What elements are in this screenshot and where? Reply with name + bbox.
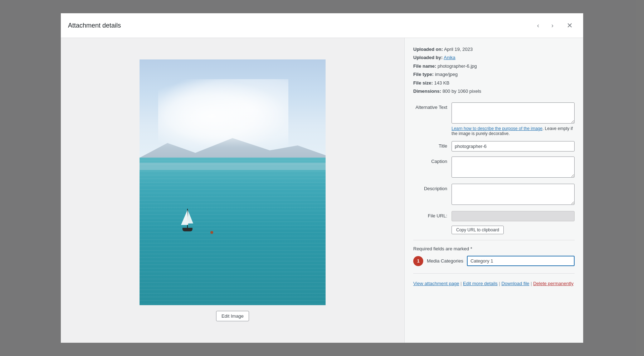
- modal-header-actions: ‹ › ✕: [532, 19, 576, 32]
- dimensions-label: Dimensions:: [413, 88, 441, 94]
- copy-url-button[interactable]: Copy URL to clipboard: [452, 226, 504, 234]
- alt-text-label: Alternative Text: [413, 102, 447, 110]
- divider: [413, 240, 575, 240]
- media-categories-row: 1 Media Categories: [413, 256, 575, 266]
- uploaded-on-label: Uploaded on:: [413, 47, 443, 52]
- file-info: Uploaded on: April 19, 2023 Uploaded by:…: [413, 45, 575, 95]
- download-file-link[interactable]: Download file: [501, 281, 529, 286]
- file-type-value: image/jpeg: [435, 72, 458, 77]
- title-label: Title: [413, 141, 447, 149]
- view-attachment-link[interactable]: View attachment page: [413, 281, 459, 286]
- uploaded-on-value: April 19, 2023: [444, 47, 473, 52]
- uploaded-by-row: Uploaded by: Anika: [413, 53, 575, 62]
- image-clouds: [158, 79, 288, 153]
- file-url-field: Copy URL to clipboard: [452, 211, 575, 234]
- title-field: [452, 141, 575, 151]
- image-boat: [180, 206, 195, 231]
- uploaded-by-label: Uploaded by:: [413, 55, 443, 60]
- required-note: Required fields are marked *: [413, 246, 575, 251]
- file-size-label: File size:: [413, 80, 433, 86]
- image-horizon: [140, 163, 326, 170]
- modal-body: Edit Image Uploaded on: April 19, 2023 U…: [61, 38, 583, 343]
- title-row: Title: [413, 141, 575, 151]
- footer-links: View attachment page | Edit more details…: [413, 279, 575, 288]
- caption-label: Caption: [413, 157, 447, 164]
- dimensions-row: Dimensions: 800 by 1060 pixels: [413, 87, 575, 95]
- title-input[interactable]: [452, 141, 575, 151]
- boat-hull: [182, 228, 192, 231]
- boat-sail-right: [187, 211, 193, 223]
- alt-text-row: Alternative Text Learn how to describe t…: [413, 102, 575, 136]
- prev-button[interactable]: ‹: [532, 19, 545, 32]
- alt-text-help: Learn how to describe the purpose of the…: [452, 126, 575, 136]
- image-water-shimmer: [140, 158, 326, 305]
- edit-more-details-link[interactable]: Edit more details: [463, 281, 498, 286]
- description-field: [452, 184, 575, 206]
- file-url-input: [452, 211, 575, 221]
- alt-text-field: Learn how to describe the purpose of the…: [452, 102, 575, 136]
- caption-row: Caption: [413, 157, 575, 179]
- dimensions-value: 800 by 1060 pixels: [443, 88, 481, 94]
- uploaded-on-row: Uploaded on: April 19, 2023: [413, 45, 575, 53]
- description-input[interactable]: [452, 184, 575, 205]
- file-name-label: File name:: [413, 63, 436, 69]
- modal-overlay: Attachment details ‹ › ✕: [0, 0, 644, 356]
- image-container: [140, 59, 326, 305]
- media-categories-label: Media Categories: [427, 258, 463, 264]
- file-size-value: 143 KB: [434, 80, 450, 86]
- description-row: Description: [413, 184, 575, 206]
- edit-image-button[interactable]: Edit Image: [216, 311, 249, 321]
- delete-permanently-link[interactable]: Delete permanently: [533, 281, 574, 286]
- modal-title: Attachment details: [68, 22, 121, 29]
- boat-sail-left: [181, 210, 188, 225]
- file-name-row: File name: photographer-6.jpg: [413, 62, 575, 70]
- image-panel: Edit Image: [61, 38, 404, 343]
- next-button[interactable]: ›: [546, 19, 559, 32]
- category-badge: 1: [413, 256, 423, 266]
- uploaded-by-link[interactable]: Anika: [444, 55, 455, 60]
- caption-input[interactable]: [452, 157, 575, 178]
- modal-header: Attachment details ‹ › ✕: [61, 13, 583, 38]
- attachment-image: [140, 59, 326, 305]
- details-panel: Uploaded on: April 19, 2023 Uploaded by:…: [404, 38, 583, 343]
- attachment-details-modal: Attachment details ‹ › ✕: [61, 13, 583, 343]
- file-type-row: File type: image/jpeg: [413, 70, 575, 78]
- file-url-row: File URL: Copy URL to clipboard: [413, 211, 575, 234]
- alt-text-input[interactable]: [452, 102, 575, 124]
- category-input[interactable]: [467, 256, 575, 266]
- file-size-row: File size: 143 KB: [413, 79, 575, 87]
- file-type-label: File type:: [413, 72, 434, 77]
- file-url-label: File URL:: [413, 211, 447, 218]
- caption-field: [452, 157, 575, 179]
- alt-text-help-link[interactable]: Learn how to describe the purpose of the…: [452, 126, 542, 131]
- close-button[interactable]: ✕: [563, 19, 576, 32]
- divider-2: [413, 273, 575, 274]
- file-name-value: photographer-6.jpg: [438, 63, 477, 69]
- image-small-boat: [210, 231, 213, 234]
- description-label: Description: [413, 184, 447, 191]
